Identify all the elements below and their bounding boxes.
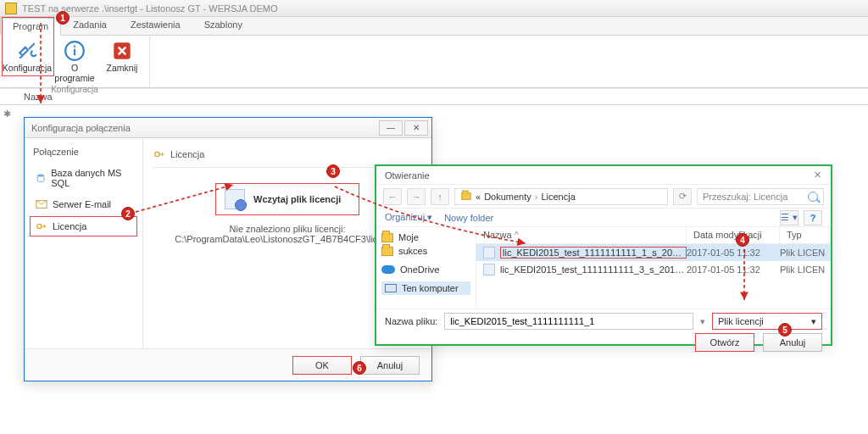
ribbon-btn-oprogramie[interactable]: O programie — [53, 37, 97, 85]
col-nazwa[interactable]: Nazwa ^ — [476, 227, 687, 243]
database-icon — [36, 172, 46, 184]
nav-refresh-button[interactable]: ⟳ — [673, 188, 692, 205]
dialog-open-title: Otwieranie — [385, 170, 430, 181]
ok-button[interactable]: OK — [292, 356, 352, 375]
search-placeholder: Przeszukaj: Licencja — [703, 192, 803, 202]
tree-item-tenkomputer[interactable]: Ten komputer — [381, 281, 470, 295]
sidebar-item-label: Licencja — [53, 221, 86, 231]
dialog-open-titlebar[interactable]: Otwieranie ✕ — [376, 166, 831, 185]
folder-icon — [461, 192, 470, 200]
key-icon — [153, 148, 165, 160]
load-license-label: Wczytaj plik licencji — [253, 194, 341, 204]
tab-zadania[interactable]: Zadania — [61, 17, 119, 35]
panel-title-text: Licencja — [170, 149, 204, 159]
document-user-icon — [225, 189, 245, 209]
app-window: TEST na serwerze .\insertgt - Listonosz … — [0, 0, 868, 434]
grid-col-nazwa: Nazwa — [24, 92, 53, 102]
svg-point-4 — [37, 174, 44, 176]
tab-program[interactable]: Program — [0, 18, 61, 36]
step-badge-4: 4 — [736, 233, 749, 247]
cancel-button[interactable]: Anuluj — [763, 333, 822, 352]
ribbon-group-konfiguracja: Konfiguracja O programie Zamknij Konfigu… — [0, 36, 150, 87]
filename-input[interactable] — [444, 313, 693, 330]
close-icon — [110, 39, 134, 63]
svg-rect-2 — [74, 46, 75, 47]
dialog-config-footer: OK Anuluj — [25, 348, 431, 381]
dialog-config-title: Konfiguracja połączenia — [31, 123, 131, 133]
dialog-config-titlebar[interactable]: Konfiguracja połączenia — ✕ — [25, 118, 431, 138]
file-name: lic_KEDI2015_test_1111111111_3_s_201701.… — [500, 264, 687, 275]
tree-item-onedrive[interactable]: OneDrive — [381, 263, 470, 276]
svg-point-6 — [37, 224, 42, 228]
file-date: 2017-01-05 11:32 — [687, 264, 780, 275]
open-button[interactable]: Otwórz — [695, 333, 754, 352]
search-icon — [808, 192, 818, 202]
ribbon: Konfiguracja O programie Zamknij Konfigu… — [0, 36, 868, 88]
file-date: 2017-01-05 11:32 — [687, 248, 780, 258]
grid-row-handle-icon: ✱ — [3, 108, 11, 120]
crumb-licencja[interactable]: Licencja — [541, 192, 575, 202]
crumb-documents[interactable]: Dokumenty — [484, 192, 531, 202]
tree-item-moje[interactable]: Moje — [381, 231, 470, 244]
app-icon — [5, 3, 17, 14]
onedrive-icon — [381, 265, 395, 274]
new-folder-button[interactable]: Nowy folder — [444, 213, 493, 223]
dialog-close-button[interactable]: ✕ — [404, 120, 428, 136]
ribbon-btn-label: Zamknij — [107, 63, 138, 73]
ribbon-btn-label: Konfiguracja — [3, 63, 52, 73]
tools-icon — [15, 39, 39, 63]
sidebar-item-label: Serwer E-mail — [53, 199, 111, 209]
file-type: Plik LICEN — [780, 248, 831, 258]
file-row[interactable]: lic_KEDI2015_test_1111111111_3_s_201701.… — [476, 261, 831, 278]
file-list: Nazwa ^ Data modyfikacji Typ lic_KEDI201… — [476, 227, 831, 309]
help-button[interactable]: ? — [804, 210, 822, 225]
load-license-button[interactable]: Wczytaj plik licencji — [215, 183, 359, 215]
breadcrumb[interactable]: « Dokumenty › Licencja — [454, 188, 668, 205]
dialog-minimize-button[interactable]: — — [379, 120, 403, 136]
svg-rect-1 — [74, 49, 75, 56]
tab-zestawienia[interactable]: Zestawienia — [119, 17, 192, 35]
nav-back-button[interactable]: ← — [383, 188, 402, 205]
file-filter-label: Plik licencji — [718, 316, 764, 326]
dialog-open-nav: ← → ↑ « Dokumenty › Licencja ⟳ Przeszuka… — [376, 185, 831, 209]
col-date[interactable]: Data modyfikacji — [687, 227, 780, 243]
file-icon — [483, 247, 495, 259]
sidebar-item-mssql[interactable]: Baza danych MS SQL — [30, 164, 137, 192]
ribbon-btn-label: O programie — [54, 63, 95, 83]
step-badge-3: 3 — [326, 164, 340, 178]
view-options-button[interactable]: ☰ ▾ — [780, 210, 798, 225]
nav-up-button[interactable]: ↑ — [431, 188, 449, 205]
folder-tree[interactable]: Moje sukces OneDrive Ten komputer — [376, 227, 476, 309]
mail-icon — [36, 198, 47, 210]
file-list-header[interactable]: Nazwa ^ Data modyfikacji Typ — [476, 227, 831, 244]
ribbon-btn-konfiguracja[interactable]: Konfiguracja — [5, 37, 49, 85]
file-type: Plik LICEN — [780, 264, 831, 275]
dialog-config-sidebar: Połączenie Baza danych MS SQL Serwer E-m… — [25, 138, 143, 348]
pc-icon — [385, 284, 397, 292]
step-badge-5: 5 — [778, 323, 792, 337]
tree-item-sukces[interactable]: sukces — [381, 244, 470, 258]
step-badge-6: 6 — [353, 361, 366, 375]
file-icon — [483, 264, 495, 275]
sidebar-item-label: Baza danych MS SQL — [51, 168, 131, 188]
search-input[interactable]: Przeszukaj: Licencja — [697, 188, 824, 205]
info-icon — [63, 39, 86, 63]
sidebar-item-licencja[interactable]: Licencja — [30, 216, 137, 236]
ribbon-btn-zamknij[interactable]: Zamknij — [100, 37, 144, 85]
titlebar: TEST na serwerze .\insertgt - Listonosz … — [0, 0, 868, 17]
dialog-open-toolbar: Organizuj ▾ Nowy folder ☰ ▾ ? — [376, 209, 831, 227]
step-badge-1: 1 — [56, 11, 70, 25]
cancel-button[interactable]: Anuluj — [360, 356, 420, 375]
file-filter-dropdown[interactable]: Plik licencji▾ — [712, 313, 822, 330]
file-row[interactable]: lic_KEDI2015_test_1111111111_1_s_201701.… — [476, 244, 831, 261]
key-icon — [36, 220, 47, 232]
tab-szablony[interactable]: Szablony — [192, 17, 254, 35]
col-type[interactable]: Typ — [780, 227, 831, 243]
nav-forward-button[interactable]: → — [407, 188, 426, 205]
organize-button[interactable]: Organizuj ▾ — [385, 212, 432, 223]
dialog-open-close-button[interactable]: ✕ — [809, 170, 826, 181]
dialog-open-file: Otwieranie ✕ ← → ↑ « Dokumenty › Licencj… — [375, 164, 832, 346]
step-badge-2: 2 — [121, 207, 135, 220]
dialog-open-footer: Nazwa pliku: ▾ Plik licencji▾ Otwórz Anu… — [376, 309, 831, 346]
dialog-config: Konfiguracja połączenia — ✕ Połączenie B… — [24, 117, 432, 381]
